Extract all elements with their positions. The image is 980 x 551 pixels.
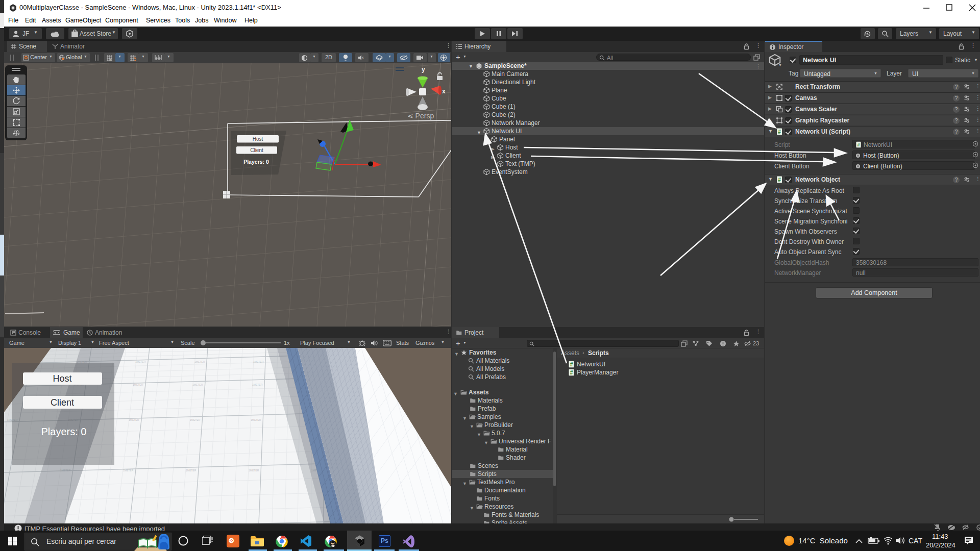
svg-text:⋖ Persp: ⋖ Persp <box>407 112 434 120</box>
svg-text:#: # <box>778 177 781 183</box>
svg-text:x: x <box>442 88 446 95</box>
svg-text:Players: 0: Players: 0 <box>243 159 269 165</box>
svg-text:1METER: 1METER <box>133 383 143 386</box>
svg-text:x: x <box>362 56 364 59</box>
svg-text:1METER: 1METER <box>253 360 264 363</box>
svg-text:#: # <box>778 129 781 135</box>
svg-text:1METER: 1METER <box>123 469 134 472</box>
svg-text:Host: Host <box>53 373 71 384</box>
svg-text:Client: Client <box>250 147 263 153</box>
svg-text:Host: Host <box>253 136 263 142</box>
svg-text:1METER: 1METER <box>249 469 259 472</box>
svg-text:1METER: 1METER <box>186 469 197 472</box>
svg-text:1METER: 1METER <box>190 418 201 421</box>
svg-text:1METER: 1METER <box>252 383 263 386</box>
svg-text:1METER: 1METER <box>135 360 146 363</box>
svg-text:Y: Y <box>109 58 112 61</box>
svg-text:y: y <box>422 66 425 73</box>
svg-text:Client: Client <box>51 397 74 408</box>
svg-text:1METER: 1METER <box>192 383 203 386</box>
svg-text:Players: 0: Players: 0 <box>41 426 87 437</box>
svg-text:1METER: 1METER <box>251 418 261 421</box>
svg-text:1METER: 1METER <box>129 418 139 421</box>
svg-text:1METER: 1METER <box>194 360 205 363</box>
